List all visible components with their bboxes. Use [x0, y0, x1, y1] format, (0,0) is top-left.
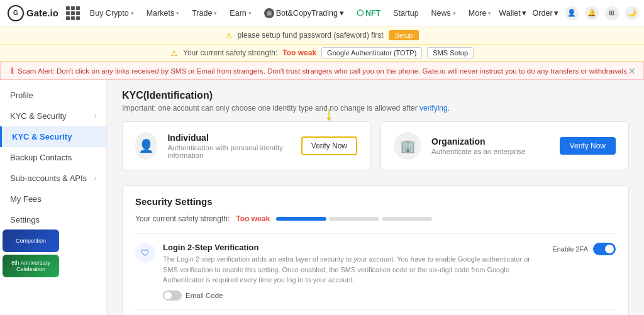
chevron-down-icon: ▾	[522, 8, 526, 18]
2fa-toggle[interactable]	[593, 243, 616, 255]
nav-startup[interactable]: Startup	[388, 0, 423, 26]
nav-nft[interactable]: ⬡ NFT	[352, 0, 386, 26]
main-layout: Profile KYC & Security › KYC & Security …	[0, 80, 644, 315]
security-settings-section: Security Settings Your current safety st…	[122, 185, 629, 315]
logo-text: Gate.io	[26, 8, 58, 18]
security-title: Security Settings	[135, 196, 616, 207]
bell-icon[interactable]: 🔔	[585, 6, 599, 20]
nft-icon: ⬡	[357, 8, 364, 18]
kyc-organization-card: 🏢 Organization Authenticate as an enterp…	[380, 121, 629, 170]
strength-bar-2	[329, 217, 379, 221]
nav-markets[interactable]: Markets ▾	[142, 0, 184, 26]
individual-icon: 👤	[135, 132, 157, 160]
logo[interactable]: G Gate.io	[8, 5, 58, 21]
nav-earn[interactable]: Earn ▾	[225, 0, 256, 26]
anniversary-badge[interactable]: 8th Anniversary Celebration	[3, 255, 59, 277]
sidebar-item-settings[interactable]: Settings	[0, 209, 106, 230]
close-icon[interactable]: ✕	[628, 66, 636, 76]
kyc-note: Important: one account can only choose o…	[122, 104, 629, 113]
chevron-down-icon: ▾	[554, 8, 558, 18]
warning-icon-2: ⚠	[170, 48, 178, 58]
security-item-2fa: 🛡 Login 2-Step Verification The Login 2-…	[135, 233, 616, 309]
chevron-down-icon: ▾	[131, 10, 134, 16]
shield-icon: 🛡	[135, 243, 155, 263]
sidebar-item-kyc-security-active[interactable]: KYC & Security	[0, 126, 106, 147]
google-auth-button[interactable]: Google Authenticator (TOTP)	[321, 47, 422, 58]
chevron-down-icon: ▾	[176, 10, 179, 16]
sidebar-item-sub-accounts[interactable]: Sub-accounts & APIs ‹	[0, 168, 106, 189]
nav-bot-copy-trading[interactable]: 🤖 Bot&CopyTrading ▾	[259, 0, 349, 26]
competition-badge[interactable]: Competition	[3, 229, 59, 252]
sms-setup-button[interactable]: SMS Setup	[427, 47, 474, 58]
nav-trade[interactable]: Trade ▾	[187, 0, 222, 26]
user-icon[interactable]: 👤	[565, 6, 579, 20]
2fa-info: Login 2-Step Verification The Login 2-st…	[163, 243, 545, 301]
strength-row: Your current safety strength: Too weak	[135, 214, 616, 223]
individual-verify-button[interactable]: Verify Now	[301, 136, 357, 155]
order-button[interactable]: Order ▾	[533, 8, 558, 18]
chevron-down-icon: ▾	[340, 8, 344, 18]
individual-info: Individual Authentication with personal …	[167, 133, 291, 159]
chevron-down-icon: ▾	[453, 10, 456, 16]
nav-more[interactable]: More ▾	[464, 0, 496, 26]
verifying-link[interactable]: verifying	[419, 104, 448, 113]
logo-icon: G	[8, 5, 24, 21]
organization-icon: 🏢	[394, 132, 421, 160]
fund-password-alert: ⚠ please setup fund password (safeword) …	[0, 26, 644, 45]
top-navigation: G Gate.io Buy Crypto ▾ Markets ▾ Trade ▾…	[0, 0, 644, 26]
email-code-toggle-row: Email Code	[163, 290, 545, 301]
sidebar-item-kyc-security-parent[interactable]: KYC & Security ›	[0, 106, 106, 126]
setup-button[interactable]: Setup	[389, 30, 419, 40]
scam-alert-banner: ℹ Scam Alert: Don't click on any links r…	[0, 62, 644, 80]
floating-badges: Competition 8th Anniversary Celebration	[3, 229, 59, 277]
info-icon: ℹ	[11, 66, 14, 75]
grid-apps-icon[interactable]: ⊞	[605, 6, 619, 20]
strength-bar-chart	[276, 217, 432, 221]
organization-info: Organization Authenticate as an enterpri…	[431, 136, 526, 155]
chevron-left-icon: ‹	[94, 175, 96, 182]
email-code-toggle[interactable]	[163, 290, 182, 301]
strength-bar-1	[276, 217, 326, 221]
chevron-down-icon: ▾	[248, 10, 252, 16]
kyc-individual-card: 👤 Individual Authentication with persona…	[122, 121, 370, 170]
chevron-down-icon: ▾	[488, 10, 491, 16]
chevron-right-icon: ›	[94, 113, 96, 119]
bot-icon: 🤖	[264, 8, 274, 18]
warning-icon: ⚠	[225, 31, 233, 40]
2fa-action: Enable 2FA	[552, 243, 616, 255]
chevron-down-icon: ▾	[214, 10, 217, 16]
main-content: KYC(Identification) Important: one accou…	[107, 80, 644, 315]
security-item-google-auth: 🔐 Google Authenticator (TOTP) TOTP is us…	[135, 309, 616, 316]
organization-verify-button[interactable]: Verify Now	[560, 137, 616, 155]
safety-strength-alert: ⚠ Your current safety strength: Too weak…	[0, 45, 644, 62]
kyc-cards-container: 👤 Individual Authentication with persona…	[122, 121, 629, 170]
theme-icon[interactable]: 🌙	[625, 6, 639, 20]
sidebar-item-backup-contacts[interactable]: Backup Contacts	[0, 147, 106, 168]
nav-news[interactable]: News ▾	[426, 0, 461, 26]
kyc-title: KYC(Identification)	[122, 90, 629, 101]
sidebar: Profile KYC & Security › KYC & Security …	[0, 80, 107, 315]
verify-now-container: ↓ Verify Now	[301, 136, 357, 155]
topnav-right-actions: Wallet ▾ Order ▾ 👤 🔔 ⊞ 🌙 🌐 ⚙ 🔍	[499, 6, 644, 20]
grid-icon[interactable]	[66, 6, 80, 20]
wallet-button[interactable]: Wallet ▾	[499, 8, 526, 18]
sidebar-item-profile[interactable]: Profile	[0, 85, 106, 106]
nav-buy-crypto[interactable]: Buy Crypto ▾	[85, 0, 139, 26]
strength-bar-3	[382, 217, 432, 221]
sidebar-item-my-fees[interactable]: My Fees	[0, 189, 106, 209]
